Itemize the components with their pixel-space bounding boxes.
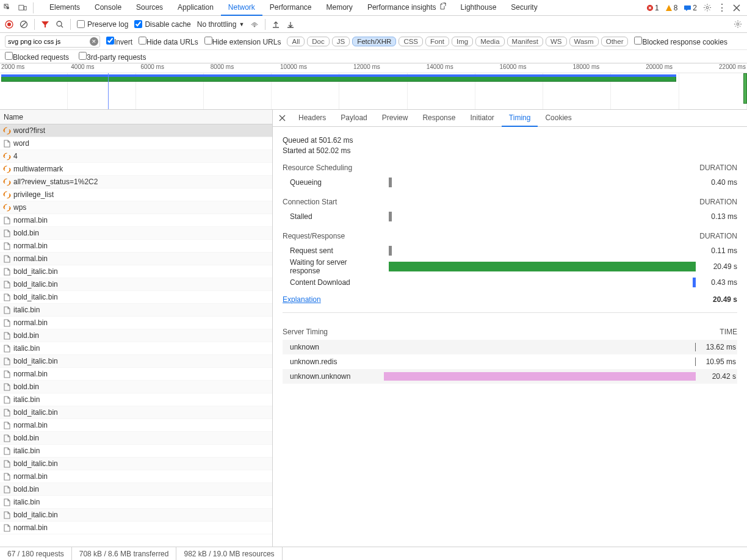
chip-ws[interactable]: WS xyxy=(546,37,567,46)
file-icon xyxy=(2,139,11,148)
tab-elements[interactable]: Elements xyxy=(42,0,87,16)
detail-tab-timing[interactable]: Timing xyxy=(502,110,538,127)
hide-data-urls-checkbox[interactable]: Hide data URLs xyxy=(139,37,198,46)
chip-wasm[interactable]: Wasm xyxy=(569,37,599,46)
clear-filter-icon[interactable]: ✕ xyxy=(90,37,98,46)
request-row[interactable]: bold_italic.bin xyxy=(0,509,272,522)
detail-tab-response[interactable]: Response xyxy=(415,110,463,127)
settings-icon[interactable] xyxy=(734,20,742,29)
chip-manifest[interactable]: Manifest xyxy=(507,37,543,46)
request-name: bold_italic.bin xyxy=(13,280,58,289)
chip-font[interactable]: Font xyxy=(425,37,449,46)
request-row[interactable]: normal.bin xyxy=(0,253,272,265)
request-row[interactable]: bold.bin xyxy=(0,381,272,393)
chip-doc[interactable]: Doc xyxy=(307,37,329,46)
network-conditions-icon[interactable] xyxy=(250,20,259,29)
request-row[interactable]: italic.bin xyxy=(0,342,272,355)
disable-cache-checkbox[interactable]: Disable cache xyxy=(134,20,190,29)
more-icon[interactable]: ⋮ xyxy=(718,4,726,12)
close-icon[interactable] xyxy=(732,4,741,12)
request-row[interactable]: bold_italic.bin xyxy=(0,291,272,304)
request-row[interactable]: bold_italic.bin xyxy=(0,265,272,278)
request-row[interactable]: wps xyxy=(0,201,272,214)
tab-lighthouse[interactable]: Lighthouse xyxy=(453,0,504,16)
timeline-overview[interactable] xyxy=(0,73,747,110)
chip-js[interactable]: JS xyxy=(332,37,350,46)
clear-icon[interactable] xyxy=(20,20,28,29)
request-row[interactable]: normal.bin xyxy=(0,419,272,432)
request-row[interactable]: bold_italic.bin xyxy=(0,355,272,368)
started-at-text: Started at 502.02 ms xyxy=(283,146,737,155)
chip-other[interactable]: Other xyxy=(601,37,629,46)
request-row[interactable]: multiwatermark xyxy=(0,163,272,176)
request-row[interactable]: bold_italic.bin xyxy=(0,278,272,291)
tab-performance[interactable]: Performance xyxy=(262,0,319,16)
tab-security[interactable]: Security xyxy=(503,0,544,16)
error-count[interactable]: 1 xyxy=(646,4,659,12)
import-icon[interactable] xyxy=(272,20,280,29)
request-row[interactable]: italic.bin xyxy=(0,304,272,317)
filter-icon[interactable] xyxy=(41,20,49,29)
filter-input[interactable] xyxy=(5,35,100,48)
request-row[interactable]: bold_italic.bin xyxy=(0,458,272,470)
export-icon[interactable] xyxy=(286,20,295,29)
request-row[interactable]: bold.bin xyxy=(0,483,272,496)
request-list[interactable]: word?firstword4multiwatermarkall?review_… xyxy=(0,124,272,547)
hide-extension-urls-checkbox[interactable]: Hide extension URLs xyxy=(204,37,281,46)
third-party-checkbox[interactable]: 3rd-party requests xyxy=(79,52,146,62)
file-icon xyxy=(2,370,11,378)
tab-sources[interactable]: Sources xyxy=(129,0,170,16)
filter-row: ✕ Invert Hide data URLs Hide extension U… xyxy=(0,33,747,50)
tab-memory[interactable]: Memory xyxy=(319,0,360,16)
request-row[interactable]: 4 xyxy=(0,150,272,163)
chip-media[interactable]: Media xyxy=(475,37,504,46)
preserve-log-checkbox[interactable]: Preserve log xyxy=(77,20,128,29)
request-row[interactable]: word xyxy=(0,137,272,150)
invert-checkbox[interactable]: Invert xyxy=(106,37,132,46)
close-detail-icon[interactable] xyxy=(276,113,287,124)
chip-img[interactable]: Img xyxy=(452,37,473,46)
request-row[interactable]: bold.bin xyxy=(0,227,272,240)
inspect-icon[interactable] xyxy=(4,4,12,12)
request-row[interactable]: normal.bin xyxy=(0,470,272,483)
blocked-cookies-checkbox[interactable]: Blocked response cookies xyxy=(634,37,727,46)
request-row[interactable]: italic.bin xyxy=(0,496,272,509)
request-row[interactable]: bold_italic.bin xyxy=(0,406,272,419)
device-toolbar-icon[interactable] xyxy=(18,4,27,12)
throttling-select[interactable]: No throttling ▼ xyxy=(197,20,245,29)
tab-performance-insights[interactable]: Performance insights xyxy=(360,0,453,16)
request-row[interactable]: normal.bin xyxy=(0,240,272,253)
blocked-requests-checkbox[interactable]: Blocked requests xyxy=(5,52,69,62)
request-row[interactable]: italic.bin xyxy=(0,445,272,458)
detail-tab-preview[interactable]: Preview xyxy=(375,110,416,127)
request-row[interactable]: normal.bin xyxy=(0,522,272,534)
request-row[interactable]: italic.bin xyxy=(0,393,272,406)
request-row[interactable]: normal.bin xyxy=(0,368,272,381)
column-header-name[interactable]: Name xyxy=(0,110,272,124)
request-row[interactable]: bold.bin xyxy=(0,432,272,445)
request-row[interactable]: all?review_status=1%2C2 xyxy=(0,176,272,188)
chip-fetch-xhr[interactable]: Fetch/XHR xyxy=(352,37,396,46)
request-row[interactable]: bold.bin xyxy=(0,329,272,342)
chip-css[interactable]: CSS xyxy=(399,37,423,46)
record-icon[interactable] xyxy=(5,20,13,29)
search-icon[interactable] xyxy=(56,20,64,29)
detail-tab-headers[interactable]: Headers xyxy=(291,110,333,127)
settings-icon[interactable] xyxy=(703,4,712,12)
detail-tab-initiator[interactable]: Initiator xyxy=(463,110,501,127)
tab-network[interactable]: Network xyxy=(221,0,262,16)
request-row[interactable]: privilege_list xyxy=(0,188,272,201)
tab-console[interactable]: Console xyxy=(87,0,129,16)
explanation-link[interactable]: Explanation xyxy=(283,295,321,304)
overview-scrollbar[interactable] xyxy=(743,73,747,104)
timeline-tick: 22000 ms xyxy=(719,63,746,73)
request-row[interactable]: normal.bin xyxy=(0,317,272,329)
warning-count[interactable]: 8 xyxy=(665,4,678,12)
detail-tab-payload[interactable]: Payload xyxy=(333,110,374,127)
message-count[interactable]: 2 xyxy=(684,4,697,12)
request-row[interactable]: normal.bin xyxy=(0,214,272,227)
chip-all[interactable]: All xyxy=(287,37,305,46)
detail-tab-cookies[interactable]: Cookies xyxy=(538,110,579,127)
request-row[interactable]: word?first xyxy=(0,124,272,137)
tab-application[interactable]: Application xyxy=(170,0,221,16)
